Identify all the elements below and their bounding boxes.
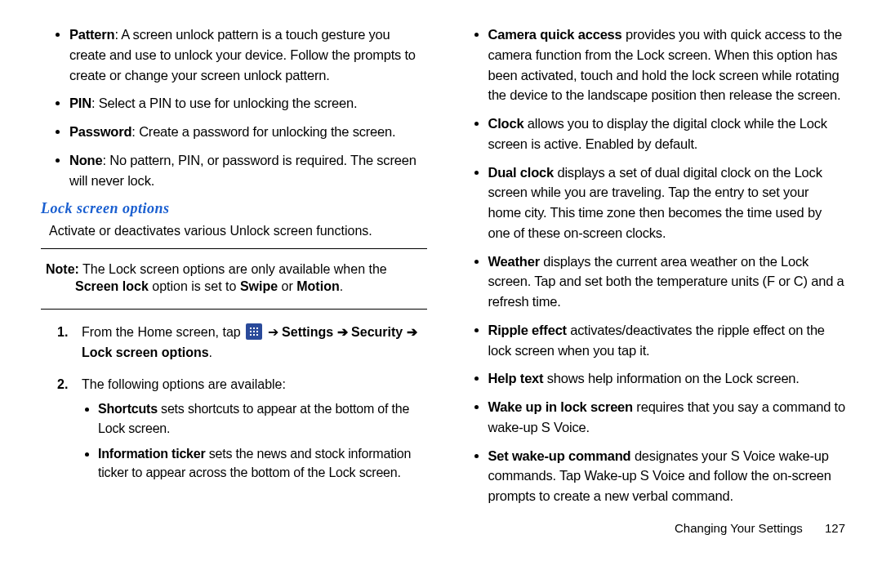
option-item: Shortcuts sets shortcuts to appear at th… (98, 399, 427, 437)
section-heading: Lock screen options (41, 200, 427, 217)
note-lead: Note: (46, 262, 79, 276)
note-or: or (278, 279, 296, 293)
option-term: Wake up in lock screen (488, 399, 633, 414)
left-column: Pattern: A screen unlock pattern is a to… (41, 24, 427, 564)
lock-type-desc: : Create a password for unlocking the sc… (131, 124, 395, 139)
option-term: Information ticker (98, 447, 206, 461)
page: Pattern: A screen unlock pattern is a to… (0, 0, 882, 588)
option-desc: displays the current area weather on the… (488, 254, 844, 310)
option-item: Clock allows you to display the digital … (488, 114, 846, 154)
note-text: The Lock screen options are only availab… (79, 262, 387, 276)
option-item: Information ticker sets the news and sto… (98, 444, 427, 482)
lock-type-item: PIN: Select a PIN to use for unlocking t… (69, 93, 427, 114)
step-end: . (209, 345, 212, 359)
step2-sublist: Shortcuts sets shortcuts to appear at th… (82, 399, 427, 482)
note-bottom-rule (41, 309, 427, 310)
option-item: Help text shows help information on the … (488, 368, 846, 389)
lock-type-list: Pattern: A screen unlock pattern is a to… (41, 24, 427, 190)
option-desc: shows help information on the Lock scree… (543, 371, 799, 385)
lock-type-term: Pattern (69, 27, 114, 42)
option-term: Weather (488, 254, 540, 269)
step-text: From the Home screen, tap (82, 325, 244, 339)
option-term: Ripple effect (488, 323, 567, 337)
option-item: Weather displays the current area weathe… (488, 252, 846, 312)
apps-grid-icon (246, 323, 262, 340)
option-term: Clock (488, 116, 524, 131)
option-item: Ripple effect activates/deactivates the … (488, 320, 846, 361)
lock-type-desc: : No pattern, PIN, or password is requir… (69, 153, 416, 188)
lock-type-item: None: No pattern, PIN, or password is re… (69, 150, 427, 191)
footer-page-number: 127 (806, 521, 845, 535)
option-term: Dual clock (488, 165, 555, 180)
step-text: ➔ (268, 325, 282, 339)
option-item: Set wake-up command designates your S Vo… (488, 446, 846, 506)
note-term: Screen lock (75, 279, 149, 293)
note-box: Note: The Lock screen options are only a… (41, 254, 427, 304)
option-term: Set wake-up command (488, 448, 631, 463)
note-mid: option is set to (149, 279, 240, 293)
note-top-rule (41, 248, 427, 249)
option-item: Dual clock displays a set of dual digita… (488, 163, 846, 243)
lock-type-term: PIN (69, 96, 91, 110)
note-term: Swipe (240, 279, 278, 293)
options-list: Camera quick access provides you with qu… (460, 24, 846, 506)
lock-type-term: None (69, 153, 102, 167)
lock-type-item: Password: Create a password for unlockin… (69, 122, 427, 142)
note-term: Motion (296, 279, 339, 293)
option-term: Shortcuts (98, 402, 158, 416)
option-item: Wake up in lock screen requires that you… (488, 397, 846, 438)
option-desc: allows you to display the digital clock … (488, 116, 827, 151)
footer-chapter: Changing Your Settings (675, 521, 803, 535)
right-column: Camera quick access provides you with qu… (460, 24, 846, 564)
option-item: Camera quick access provides you with qu… (488, 24, 846, 105)
lock-type-item: Pattern: A screen unlock pattern is a to… (69, 24, 427, 85)
lock-type-desc: : A screen unlock pattern is a touch ges… (69, 27, 416, 82)
lock-type-desc: : Select a PIN to use for unlocking the … (91, 96, 357, 110)
option-term: Help text (488, 371, 544, 385)
steps-list: From the Home screen, tap ➔ Settings ➔ S… (41, 323, 427, 482)
section-intro: Activate or deactivates various Unlock s… (49, 222, 427, 240)
lock-type-term: Password (69, 124, 131, 139)
step-text: The following options are available: (82, 377, 286, 391)
page-footer: Changing Your Settings 127 (460, 521, 846, 535)
step-item: From the Home screen, tap ➔ Settings ➔ S… (41, 323, 427, 363)
step-item: The following options are available: Sho… (41, 375, 427, 483)
option-term: Camera quick access (488, 27, 622, 42)
